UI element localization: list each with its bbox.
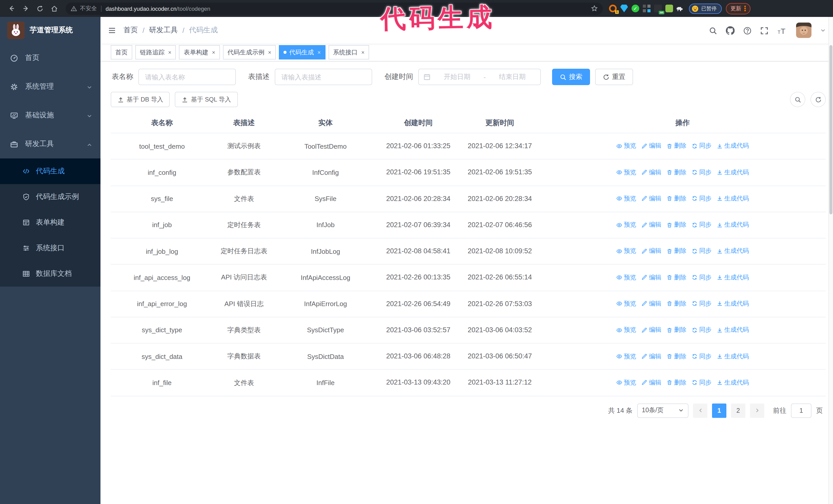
action-edit-link[interactable]: 编辑 <box>641 142 661 150</box>
action-generate-link[interactable]: 生成代码 <box>717 326 749 334</box>
action-generate-link[interactable]: 生成代码 <box>717 299 749 308</box>
action-preview-link[interactable]: 预览 <box>616 168 636 177</box>
tab-2[interactable]: 表单构建× <box>179 45 220 59</box>
avatar-caret-icon[interactable] <box>820 26 826 35</box>
action-preview-link[interactable]: 预览 <box>616 326 636 334</box>
tab-5[interactable]: 系统接口× <box>329 45 369 59</box>
table-name-input[interactable] <box>138 69 236 85</box>
action-generate-link[interactable]: 生成代码 <box>717 352 749 361</box>
import-db-button[interactable]: 基于 DB 导入 <box>111 92 170 107</box>
action-edit-link[interactable]: 编辑 <box>641 273 661 282</box>
extension-on-icon[interactable]: on <box>654 5 662 12</box>
action-sync-link[interactable]: 同步 <box>691 194 712 203</box>
extensions-puzzle-icon[interactable] <box>677 5 684 12</box>
close-icon[interactable]: × <box>361 49 365 55</box>
reset-button[interactable]: 重置 <box>595 69 633 85</box>
action-generate-link[interactable]: 生成代码 <box>717 168 749 177</box>
hamburger-icon[interactable] <box>100 26 123 35</box>
page-size-select[interactable]: 10条/页 <box>637 403 688 417</box>
action-delete-link[interactable]: 删除 <box>666 220 686 229</box>
action-preview-link[interactable]: 预览 <box>616 247 636 256</box>
goto-page-input[interactable] <box>791 403 811 417</box>
header-search-icon[interactable] <box>709 26 717 35</box>
close-icon[interactable]: × <box>212 49 215 55</box>
action-edit-link[interactable]: 编辑 <box>641 378 661 387</box>
toggle-search-button[interactable] <box>790 92 805 107</box>
search-button[interactable]: 搜索 <box>552 69 590 85</box>
action-generate-link[interactable]: 生成代码 <box>717 378 749 387</box>
page-button-1[interactable]: 1 <box>712 403 727 417</box>
action-generate-link[interactable]: 生成代码 <box>717 247 749 256</box>
action-generate-link[interactable]: 生成代码 <box>717 273 749 282</box>
action-sync-link[interactable]: 同步 <box>691 326 712 334</box>
next-page-button[interactable] <box>750 403 764 417</box>
action-delete-link[interactable]: 删除 <box>666 194 686 203</box>
action-delete-link[interactable]: 删除 <box>666 142 686 150</box>
browser-update-button[interactable]: 更新 <box>726 3 750 14</box>
address-bar[interactable]: 不安全 dashboard.yudao.iocoder.cn/tool/code… <box>66 2 603 15</box>
browser-back-button[interactable] <box>6 3 17 14</box>
action-delete-link[interactable]: 删除 <box>666 352 686 361</box>
scrollbar-thumb[interactable] <box>829 45 832 214</box>
close-icon[interactable]: × <box>268 49 271 55</box>
action-edit-link[interactable]: 编辑 <box>641 299 661 308</box>
tab-4[interactable]: 代码生成× <box>279 45 326 59</box>
tab-1[interactable]: 链路追踪× <box>135 45 176 59</box>
browser-home-button[interactable] <box>49 3 60 14</box>
action-preview-link[interactable]: 预览 <box>616 142 636 150</box>
action-delete-link[interactable]: 删除 <box>666 168 686 177</box>
action-edit-link[interactable]: 编辑 <box>641 194 661 203</box>
action-sync-link[interactable]: 同步 <box>691 299 712 308</box>
sidebar-item-1[interactable]: 系统管理 <box>0 72 100 101</box>
page-scrollbar[interactable] <box>828 17 833 504</box>
action-preview-link[interactable]: 预览 <box>616 273 636 282</box>
profile-paused-chip[interactable]: 已暂停 <box>689 3 722 14</box>
close-icon[interactable]: × <box>168 49 171 55</box>
extension-gem-icon[interactable] <box>620 5 628 12</box>
page-button-2[interactable]: 2 <box>731 403 745 417</box>
help-icon[interactable] <box>743 26 752 35</box>
breadcrumb-dev-tools[interactable]: 研发工具 <box>149 26 178 35</box>
action-sync-link[interactable]: 同步 <box>691 168 712 177</box>
sidebar-subitem-2[interactable]: 表单构建 <box>0 210 100 235</box>
tab-3[interactable]: 代码生成示例× <box>223 45 276 59</box>
breadcrumb-home[interactable]: 首页 <box>123 26 138 35</box>
tab-0[interactable]: 首页 <box>111 45 132 59</box>
sidebar-item-2[interactable]: 基础设施 <box>0 101 100 130</box>
action-sync-link[interactable]: 同步 <box>691 352 712 361</box>
sidebar-subitem-4[interactable]: 数据库文档 <box>0 261 100 287</box>
extension-check-icon[interactable]: ✓ <box>632 5 639 12</box>
close-icon[interactable]: × <box>317 49 321 55</box>
action-edit-link[interactable]: 编辑 <box>641 326 661 334</box>
bookmark-star-icon[interactable] <box>591 5 598 12</box>
extension-orange-icon[interactable]: 1 <box>609 5 617 12</box>
action-generate-link[interactable]: 生成代码 <box>717 194 749 203</box>
action-edit-link[interactable]: 编辑 <box>641 247 661 256</box>
action-delete-link[interactable]: 删除 <box>666 326 686 334</box>
action-edit-link[interactable]: 编辑 <box>641 352 661 361</box>
action-sync-link[interactable]: 同步 <box>691 273 712 282</box>
action-edit-link[interactable]: 编辑 <box>641 168 661 177</box>
action-edit-link[interactable]: 编辑 <box>641 220 661 229</box>
github-icon[interactable] <box>726 26 735 35</box>
avatar[interactable] <box>796 23 811 38</box>
sidebar-subitem-0[interactable]: 代码生成 <box>0 159 100 184</box>
action-preview-link[interactable]: 预览 <box>616 378 636 387</box>
sidebar-item-3[interactable]: 研发工具 <box>0 130 100 159</box>
action-delete-link[interactable]: 删除 <box>666 247 686 256</box>
action-delete-link[interactable]: 删除 <box>666 299 686 308</box>
extension-grid-icon[interactable] <box>643 5 650 12</box>
action-preview-link[interactable]: 预览 <box>616 352 636 361</box>
sidebar-subitem-1[interactable]: 代码生成示例 <box>0 184 100 210</box>
action-generate-link[interactable]: 生成代码 <box>717 220 749 229</box>
action-generate-link[interactable]: 生成代码 <box>717 142 749 150</box>
extension-robot-icon[interactable] <box>665 5 673 12</box>
font-size-icon[interactable] <box>777 26 787 35</box>
action-delete-link[interactable]: 删除 <box>666 378 686 387</box>
browser-forward-button[interactable] <box>20 3 31 14</box>
prev-page-button[interactable] <box>693 403 708 417</box>
sidebar-item-0[interactable]: 首页 <box>0 44 100 72</box>
refresh-table-button[interactable] <box>810 92 826 107</box>
fullscreen-icon[interactable] <box>760 26 768 35</box>
action-sync-link[interactable]: 同步 <box>691 378 712 387</box>
